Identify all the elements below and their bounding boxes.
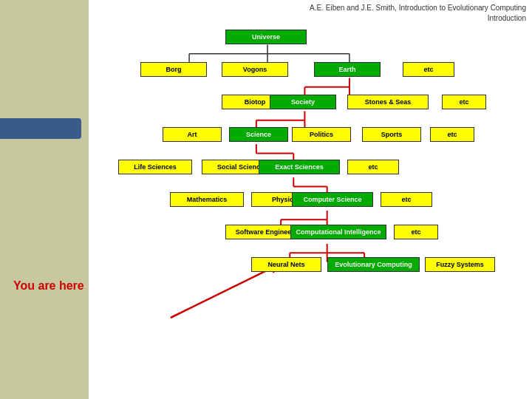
node-society: Society (270, 95, 336, 109)
node-exact-sciences: Exact Sciences (259, 160, 340, 174)
node-universe: Universe (225, 30, 307, 44)
node-etc1: etc (403, 62, 454, 77)
node-stones-seas: Stones & Seas (347, 95, 429, 109)
node-earth: Earth (314, 62, 381, 77)
left-panel: You are here (0, 0, 89, 399)
header-text: A.E. Eiben and J.E. Smith, Introduction … (310, 3, 526, 24)
node-science: Science (229, 127, 288, 142)
node-computational-intelligence: Computational Intelligence (290, 225, 386, 239)
node-mathematics: Mathematics (170, 192, 244, 207)
left-accent (0, 118, 81, 139)
node-computer-science: Computer Science (292, 192, 373, 207)
node-vogons: Vogons (222, 62, 288, 77)
header-line2: Introduction (488, 14, 526, 22)
node-life-sciences: Life Sciences (118, 160, 192, 174)
tree-container: Universe Borg Vogons Earth etc Biotop So… (96, 22, 528, 392)
node-etc3: etc (430, 127, 474, 142)
node-etc4: etc (347, 160, 399, 174)
node-etc5: etc (381, 192, 432, 207)
node-neural-nets: Neural Nets (251, 257, 321, 272)
node-sports: Sports (362, 127, 421, 142)
node-borg: Borg (140, 62, 207, 77)
node-etc2: etc (442, 95, 486, 109)
node-art: Art (163, 127, 222, 142)
node-politics: Politics (292, 127, 351, 142)
you-are-here-label: You are here (13, 279, 84, 293)
node-etc6: etc (394, 225, 438, 239)
tree-lines-svg (96, 22, 528, 392)
node-evolutionary-computing: Evolutionary Computing (327, 257, 420, 272)
header-line1: A.E. Eiben and J.E. Smith, Introduction … (310, 4, 526, 12)
node-fuzzy-systems: Fuzzy Systems (425, 257, 495, 272)
main-content: A.E. Eiben and J.E. Smith, Introduction … (89, 0, 532, 399)
